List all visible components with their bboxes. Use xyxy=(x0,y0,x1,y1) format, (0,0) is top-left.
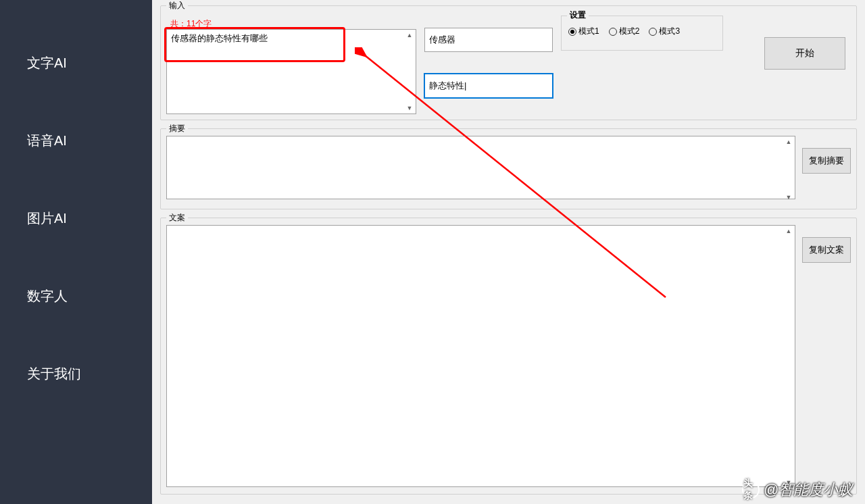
right-column: 设置 模式1 模式2 模式3 xyxy=(561,13,851,114)
scroll-up-icon[interactable]: ▲ xyxy=(784,137,793,147)
scroll-up-icon[interactable]: ▲ xyxy=(405,30,414,40)
mode-2-radio[interactable]: 模式2 xyxy=(609,26,640,37)
radio-label: 模式3 xyxy=(659,26,680,37)
main-input-textarea[interactable] xyxy=(166,29,416,114)
scrollbar[interactable]: ▲ ▼ xyxy=(784,226,794,487)
content-textarea[interactable] xyxy=(166,225,795,487)
copy-content-button[interactable]: 复制文案 xyxy=(802,237,851,263)
sidebar-item-text-ai[interactable]: 文字AI xyxy=(0,41,152,86)
radio-icon xyxy=(609,28,617,36)
radio-icon xyxy=(568,28,576,36)
input-group: 输入 共：11个字 ▲ ▼ 设置 模式1 xyxy=(160,5,857,120)
scroll-down-icon[interactable]: ▼ xyxy=(405,103,414,113)
start-button[interactable]: 开始 xyxy=(764,37,845,70)
radio-label: 模式1 xyxy=(578,26,599,37)
mode-1-radio[interactable]: 模式1 xyxy=(568,26,599,37)
scroll-down-icon[interactable]: ▼ xyxy=(784,478,793,487)
content-group-label: 文案 xyxy=(166,212,188,224)
scroll-up-icon[interactable]: ▲ xyxy=(784,226,793,236)
keyword-input-2[interactable] xyxy=(424,74,553,98)
main-input-wrap: ▲ ▼ xyxy=(166,29,416,114)
sidebar-item-voice-ai[interactable]: 语音AI xyxy=(0,118,152,163)
copy-summary-button[interactable]: 复制摘要 xyxy=(802,148,851,174)
settings-group: 设置 模式1 模式2 模式3 xyxy=(561,16,723,51)
main-panel: 输入 共：11个字 ▲ ▼ 设置 模式1 xyxy=(152,0,865,504)
sidebar-item-image-ai[interactable]: 图片AI xyxy=(0,196,152,241)
mode-3-radio[interactable]: 模式3 xyxy=(649,26,680,37)
summary-group: 摘要 ▲ ▼ 复制摘要 xyxy=(160,128,857,209)
sidebar-item-about[interactable]: 关于我们 xyxy=(0,351,152,397)
keyword-input-1[interactable] xyxy=(424,28,553,52)
char-count-label: 共：11个字 xyxy=(170,18,212,30)
input-group-label: 输入 xyxy=(166,0,188,11)
keyword-inputs xyxy=(424,13,553,114)
mode-radio-row: 模式1 模式2 模式3 xyxy=(568,26,716,37)
settings-group-label: 设置 xyxy=(567,9,589,21)
scroll-down-icon[interactable]: ▼ xyxy=(784,193,793,202)
scrollbar[interactable]: ▲ ▼ xyxy=(405,30,415,113)
radio-label: 模式2 xyxy=(619,26,640,37)
content-group: 文案 ▲ ▼ 复制文案 xyxy=(160,218,857,495)
scrollbar[interactable]: ▲ ▼ xyxy=(784,137,794,202)
sidebar-item-digital-human[interactable]: 数字人 xyxy=(0,274,152,319)
summary-textarea[interactable] xyxy=(166,136,795,199)
sidebar: 文字AI 语音AI 图片AI 数字人 关于我们 xyxy=(0,0,152,504)
radio-icon xyxy=(649,28,657,36)
summary-group-label: 摘要 xyxy=(166,123,188,134)
